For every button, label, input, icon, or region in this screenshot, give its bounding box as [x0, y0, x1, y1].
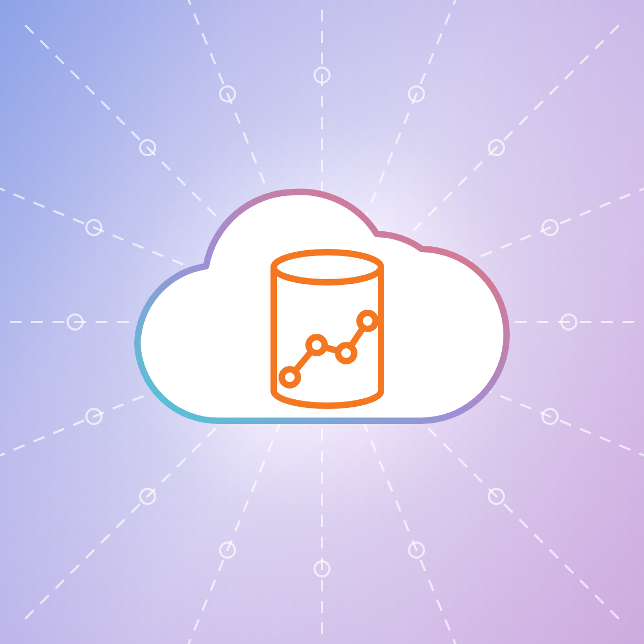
svg-point-20: [561, 314, 576, 330]
svg-point-17: [409, 86, 424, 101]
svg-point-23: [409, 543, 424, 558]
svg-point-19: [543, 220, 558, 235]
svg-point-26: [140, 489, 155, 504]
cloud-icon: [118, 171, 526, 471]
svg-point-28: [68, 314, 83, 330]
svg-point-35: [338, 345, 354, 361]
svg-point-21: [543, 409, 558, 424]
svg-point-22: [489, 489, 504, 504]
cloud-database-graphic: [118, 171, 526, 473]
svg-point-34: [309, 337, 325, 353]
svg-point-30: [140, 140, 155, 155]
svg-point-24: [314, 561, 330, 576]
svg-point-18: [489, 140, 504, 155]
svg-point-27: [86, 409, 101, 424]
svg-point-29: [86, 220, 101, 235]
svg-point-25: [220, 543, 235, 558]
svg-point-16: [314, 68, 330, 83]
illustration-canvas: [0, 0, 644, 644]
svg-point-36: [360, 313, 376, 329]
svg-point-33: [282, 369, 298, 385]
svg-point-31: [220, 86, 235, 101]
